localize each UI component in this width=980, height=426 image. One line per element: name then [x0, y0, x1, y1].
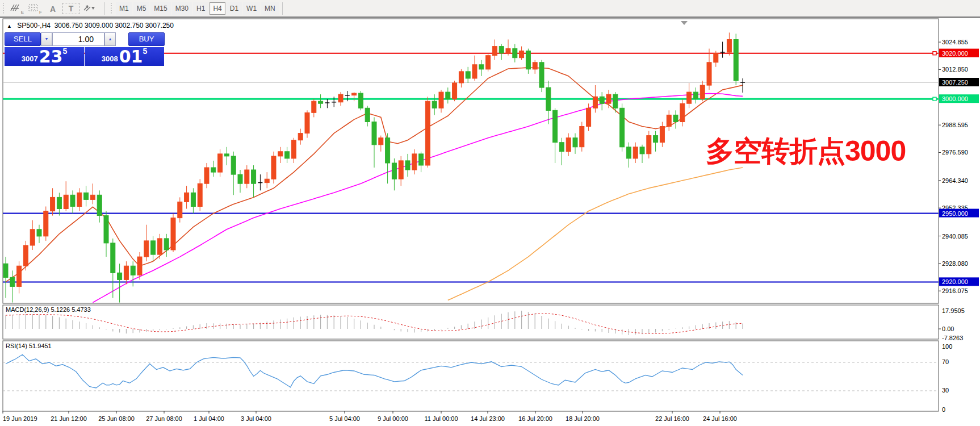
open-value: 3006.750 — [55, 22, 83, 30]
symbol-period-label: SP500-,H4 — [17, 22, 51, 30]
textbox-icon[interactable]: T — [62, 3, 79, 14]
svg-text:3 Jul 04:00: 3 Jul 04:00 — [241, 415, 271, 422]
rsi-line — [6, 354, 743, 388]
macd-name: MACD(12,26,9) — [6, 306, 49, 313]
tf-w1[interactable]: W1 — [243, 2, 260, 15]
grid-template-icon[interactable]: F — [26, 2, 43, 15]
svg-text:2916.075: 2916.075 — [942, 287, 968, 294]
svg-text:27 Jun 08:00: 27 Jun 08:00 — [146, 415, 182, 422]
chart-canvas[interactable]: 3024.8553012.8502988.5952976.5902964.340… — [0, 18, 980, 426]
svg-text:0: 0 — [942, 406, 945, 413]
svg-text:0.00: 0.00 — [942, 325, 954, 332]
tf-m30[interactable]: M30 — [172, 2, 192, 15]
svg-text:18 Jul 20:00: 18 Jul 20:00 — [566, 415, 600, 422]
text-label-icon[interactable]: A — [44, 2, 61, 15]
svg-text:70: 70 — [942, 358, 949, 365]
macd-signal-line — [6, 314, 743, 333]
tf-mn[interactable]: MN — [261, 2, 279, 15]
rsi-name: RSI(14) — [6, 343, 27, 349]
rsi-value: 51.9451 — [29, 343, 52, 349]
svg-text:3007.250: 3007.250 — [942, 79, 968, 86]
arrows-glyph — [82, 3, 95, 12]
svg-text:3012.850: 3012.850 — [942, 66, 968, 73]
svg-text:30: 30 — [942, 387, 949, 394]
collapse-trade-panel-icon[interactable]: ▲ — [7, 23, 12, 29]
svg-text:17.9505: 17.9505 — [942, 307, 965, 314]
svg-text:16 Jul 20:00: 16 Jul 20:00 — [518, 415, 552, 422]
sell-price-big: 23 — [39, 49, 63, 65]
high-value: 3009.000 — [85, 22, 113, 30]
toolbar-separator — [104, 2, 105, 15]
svg-text:21 Jun 12:00: 21 Jun 12:00 — [51, 415, 87, 422]
toolbar-separator-2 — [282, 2, 283, 15]
svg-text:2964.340: 2964.340 — [942, 177, 968, 184]
indicators-chart-icon[interactable]: E — [8, 2, 25, 15]
hatch-chart-glyph — [10, 3, 21, 12]
sell-price-sup: 5 — [62, 48, 67, 55]
hline-handle — [933, 52, 936, 55]
low-value: 3002.750 — [115, 22, 143, 30]
tf-h1[interactable]: H1 — [193, 2, 208, 15]
tf-m1[interactable]: M1 — [116, 2, 132, 15]
sell-price-small: 3007 — [22, 53, 38, 65]
grid-glyph — [28, 3, 39, 12]
svg-text:19 Jun 2019: 19 Jun 2019 — [3, 415, 37, 422]
buy-price-big: 01 — [119, 49, 143, 65]
one-click-trading-panel: SELL ▼ ▲ BUY 3007 23 5 3008 01 5 — [5, 32, 166, 66]
medium-ma-line — [93, 94, 743, 303]
tf-m5[interactable]: M5 — [133, 2, 150, 15]
svg-text:11 Jul 00:00: 11 Jul 00:00 — [424, 415, 458, 422]
svg-text:9 Jul 00:00: 9 Jul 00:00 — [378, 415, 408, 422]
timeframes-drag-handle[interactable] — [110, 2, 114, 15]
macd-panel-frame — [3, 305, 939, 339]
cursor-mode-icon[interactable] — [81, 2, 101, 15]
svg-text:3024.855: 3024.855 — [942, 39, 968, 45]
svg-text:14 Jul 23:00: 14 Jul 23:00 — [471, 415, 505, 422]
svg-text:2920.000: 2920.000 — [942, 278, 968, 285]
buy-price-display[interactable]: 3008 01 5 — [85, 47, 164, 66]
svg-text:2976.590: 2976.590 — [942, 149, 968, 156]
buy-price-small: 3008 — [102, 53, 118, 65]
toolbar: E F A T M1 M5 M15 M30 H1 H4 D1 W1 MN — [0, 0, 980, 17]
svg-text:2988.595: 2988.595 — [942, 122, 968, 128]
rsi-label: RSI(14) 51.9451 — [6, 343, 52, 349]
toolbar-drag-handle[interactable] — [2, 2, 6, 15]
macd-values: 5.1226 5.4733 — [51, 306, 90, 313]
chart-annotation-text: 多空转折点3000 — [706, 137, 906, 165]
chart-ohlc-title: ▲ SP500-,H4 3006.750 3009.000 3002.750 3… — [7, 22, 174, 30]
sell-button[interactable]: SELL — [5, 32, 41, 46]
hline-handle — [933, 97, 936, 101]
trade-panel-spacer — [116, 32, 128, 46]
macd-label: MACD(12,26,9) 5.1226 5.4733 — [6, 306, 91, 313]
svg-text:25 Jun 08:00: 25 Jun 08:00 — [98, 415, 135, 422]
svg-text:100: 100 — [942, 343, 952, 350]
buy-price-sup: 5 — [143, 48, 147, 55]
sell-price-display[interactable]: 3007 23 5 — [5, 47, 84, 66]
volume-increase-button[interactable]: ▲ — [104, 32, 116, 46]
chart-shift-marker-icon — [681, 21, 688, 25]
svg-text:2950.000: 2950.000 — [942, 210, 968, 217]
volume-decrease-button[interactable]: ▼ — [41, 32, 52, 46]
svg-text:-7.8263: -7.8263 — [942, 335, 963, 341]
close-value: 3007.250 — [145, 22, 174, 30]
chart-window: 3024.8553012.8502988.5952976.5902964.340… — [0, 17, 980, 426]
svg-text:24 Jul 16:00: 24 Jul 16:00 — [703, 415, 737, 422]
svg-text:2928.080: 2928.080 — [942, 260, 968, 267]
tf-d1[interactable]: D1 — [227, 2, 242, 15]
slow-ma-line — [448, 168, 743, 300]
svg-text:5 Jul 04:00: 5 Jul 04:00 — [329, 415, 360, 422]
rsi-panel-frame — [3, 341, 939, 411]
svg-text:1 Jul 04:00: 1 Jul 04:00 — [194, 415, 224, 422]
svg-text:2940.085: 2940.085 — [942, 233, 968, 240]
svg-text:3020.000: 3020.000 — [942, 50, 968, 57]
volume-input[interactable] — [52, 32, 104, 46]
tf-h4-active[interactable]: H4 — [210, 2, 225, 15]
svg-text:22 Jul 16:00: 22 Jul 16:00 — [655, 415, 689, 422]
svg-text:3000.000: 3000.000 — [942, 95, 968, 102]
buy-button[interactable]: BUY — [128, 32, 165, 46]
tf-m15[interactable]: M15 — [150, 2, 170, 15]
